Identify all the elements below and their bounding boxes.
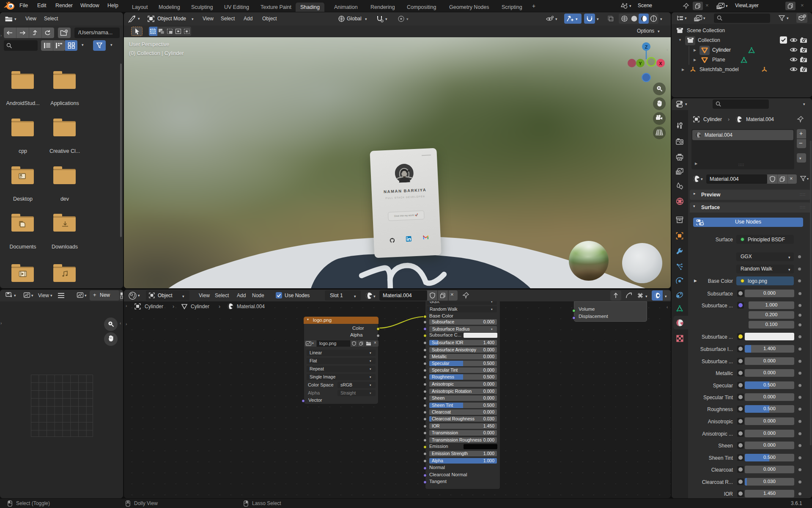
svg-text:X: X: [659, 61, 662, 66]
svg-text:n: n: [697, 134, 699, 137]
svg-text:Y: Y: [639, 61, 642, 66]
svg-text:Z: Z: [645, 44, 648, 50]
